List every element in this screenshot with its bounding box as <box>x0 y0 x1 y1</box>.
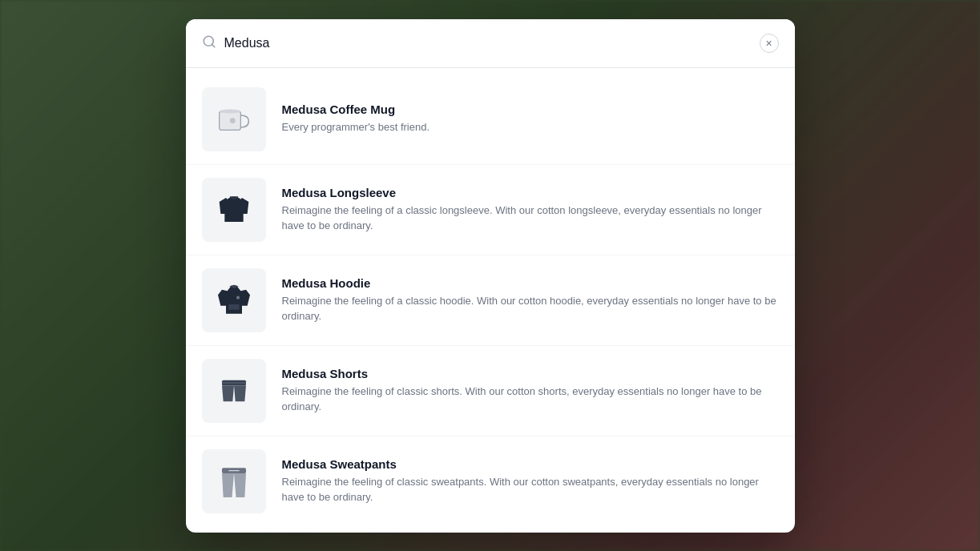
product-image-sweatpants <box>202 449 266 513</box>
list-item[interactable]: Medusa Shorts Reimagine the feeling of c… <box>186 346 795 436</box>
product-title: Medusa Longsleeve <box>282 186 779 199</box>
svg-point-4 <box>230 118 236 123</box>
clear-button[interactable]: × <box>760 34 779 53</box>
svg-point-6 <box>236 296 239 299</box>
product-info-mug: Medusa Coffee Mug Every programmer's bes… <box>282 103 779 135</box>
product-title: Medusa Coffee Mug <box>282 103 779 116</box>
search-input[interactable] <box>224 36 752 50</box>
search-modal: × Medusa Coffee Mug Every programmer's b… <box>186 19 795 533</box>
list-item[interactable]: Medusa Longsleeve Reimagine the feeling … <box>186 165 795 255</box>
close-icon: × <box>765 37 772 50</box>
product-description: Every programmer's best friend. <box>282 119 779 135</box>
product-image-mug <box>202 87 266 151</box>
svg-rect-5 <box>228 304 239 310</box>
product-info-sweatpants: Medusa Sweatpants Reimagine the feeling … <box>282 457 779 505</box>
product-title: Medusa Sweatpants <box>282 457 779 471</box>
product-description: Reimagine the feeling of a classic longs… <box>282 203 779 234</box>
search-bar: × <box>186 19 795 68</box>
product-info-hoodie: Medusa Hoodie Reimagine the feeling of a… <box>282 276 779 324</box>
product-title: Medusa Shorts <box>282 367 779 380</box>
product-image-hoodie <box>202 268 266 332</box>
product-description: Reimagine the feeling of classic sweatpa… <box>282 474 779 505</box>
product-image-longsleeve <box>202 178 266 242</box>
product-info-longsleeve: Medusa Longsleeve Reimagine the feeling … <box>282 186 779 234</box>
results-list: Medusa Coffee Mug Every programmer's bes… <box>186 68 795 533</box>
svg-point-3 <box>219 109 240 113</box>
product-title: Medusa Hoodie <box>282 276 779 290</box>
product-description: Reimagine the feeling of classic shorts.… <box>282 384 779 415</box>
list-item[interactable]: Medusa Sweatpants Reimagine the feeling … <box>186 436 795 526</box>
svg-line-1 <box>212 44 214 46</box>
modal-backdrop[interactable]: × Medusa Coffee Mug Every programmer's b… <box>0 0 980 551</box>
product-info-shorts: Medusa Shorts Reimagine the feeling of c… <box>282 367 779 415</box>
list-item[interactable]: Medusa Hoodie Reimagine the feeling of a… <box>186 255 795 346</box>
product-description: Reimagine the feeling of a classic hoodi… <box>282 293 779 324</box>
product-image-shorts <box>202 359 266 423</box>
list-item[interactable]: Medusa Coffee Mug Every programmer's bes… <box>186 74 795 165</box>
search-icon <box>202 34 216 52</box>
